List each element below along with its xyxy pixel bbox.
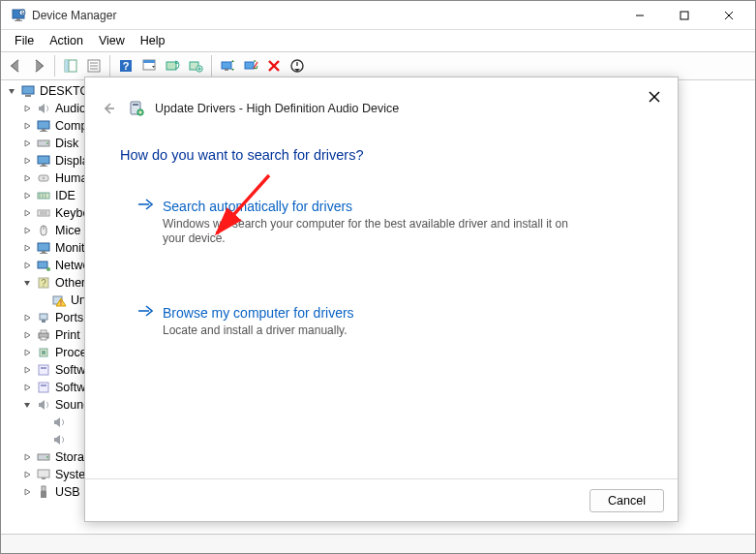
- tree-node-label: Disk: [55, 135, 78, 152]
- show-hide-tree-button[interactable]: [60, 55, 81, 77]
- nav-back-button[interactable]: [5, 55, 26, 77]
- twisty-icon[interactable]: [5, 84, 18, 98]
- device-icon: [36, 484, 51, 500]
- svg-rect-46: [38, 210, 49, 216]
- twisty-icon[interactable]: [20, 224, 34, 237]
- svg-rect-61: [42, 320, 45, 323]
- app-icon: [11, 8, 26, 23]
- twisty-icon[interactable]: [20, 398, 34, 412]
- option-title: Browse my computer for drivers: [163, 305, 354, 321]
- twisty-icon[interactable]: [20, 137, 34, 150]
- enable-device-button[interactable]: [287, 55, 308, 77]
- device-icon: [36, 136, 51, 151]
- twisty-icon[interactable]: [20, 450, 34, 464]
- arrow-right-icon: [137, 304, 153, 322]
- toolbar-separator: [109, 55, 110, 77]
- update-driver-button[interactable]: [217, 55, 238, 77]
- twisty-icon[interactable]: [20, 311, 34, 324]
- tree-node-label: Audio: [55, 100, 86, 117]
- twisty-icon[interactable]: [20, 381, 34, 394]
- tree-node-label: Mice: [55, 222, 80, 239]
- option-description: Windows will search your computer for th…: [163, 217, 589, 246]
- svg-rect-5: [680, 12, 688, 19]
- svg-rect-69: [39, 383, 48, 392]
- scan-hardware-button[interactable]: [162, 55, 183, 77]
- close-button[interactable]: [707, 1, 751, 30]
- help-button[interactable]: ?: [115, 55, 136, 77]
- twisty-icon[interactable]: [20, 119, 34, 133]
- svg-rect-67: [39, 365, 48, 375]
- device-icon: [36, 310, 51, 325]
- menu-action[interactable]: Action: [42, 32, 91, 49]
- twisty-icon[interactable]: [20, 171, 34, 185]
- device-icon: [36, 362, 51, 378]
- twisty-icon[interactable]: [20, 485, 34, 499]
- svg-rect-9: [65, 60, 69, 72]
- dialog-close-button[interactable]: [645, 87, 664, 107]
- twisty-icon[interactable]: [20, 154, 34, 168]
- device-icon: [51, 415, 67, 430]
- svg-text:!: !: [60, 299, 62, 306]
- svg-rect-31: [25, 95, 31, 97]
- uninstall-device-button[interactable]: [263, 55, 285, 77]
- wizard-back-button[interactable]: [99, 99, 118, 118]
- option-search-automatically[interactable]: Search automatically for drivers Windows…: [120, 196, 643, 248]
- svg-rect-73: [38, 470, 49, 477]
- twisty-icon[interactable]: [20, 259, 34, 272]
- svg-rect-63: [41, 330, 46, 333]
- nav-forward-button[interactable]: [28, 55, 49, 77]
- svg-rect-75: [42, 486, 45, 491]
- twisty-icon[interactable]: [20, 328, 34, 342]
- properties-button[interactable]: [83, 55, 105, 77]
- wizard-question: How do you want to search for drivers?: [85, 118, 678, 163]
- action-menu-button[interactable]: [138, 55, 160, 77]
- disable-device-button[interactable]: [240, 55, 261, 77]
- tree-node-label: Print: [55, 326, 80, 344]
- device-icon: [36, 467, 51, 482]
- svg-rect-51: [38, 243, 49, 251]
- device-icon: !: [51, 292, 67, 308]
- arrow-right-icon: [137, 198, 153, 215]
- cancel-button[interactable]: Cancel: [590, 489, 664, 512]
- svg-rect-2: [15, 20, 22, 21]
- device-icon: [36, 449, 51, 465]
- maximize-button[interactable]: [662, 1, 707, 30]
- menu-view[interactable]: View: [91, 32, 133, 49]
- svg-rect-32: [38, 121, 49, 129]
- twisty-icon[interactable]: [20, 363, 34, 377]
- twisty-icon[interactable]: [20, 102, 34, 115]
- svg-rect-26: [245, 62, 254, 69]
- option-browse-computer[interactable]: Browse my computer for drivers Locate an…: [120, 302, 643, 340]
- device-icon: ?: [36, 275, 51, 291]
- minimize-button[interactable]: [618, 1, 662, 30]
- svg-rect-19: [166, 62, 176, 70]
- twisty-icon[interactable]: [20, 206, 34, 220]
- device-icon: [36, 327, 51, 343]
- device-icon: [36, 153, 51, 169]
- menu-file[interactable]: File: [7, 32, 42, 49]
- svg-point-41: [43, 177, 45, 179]
- window-titlebar: Device Manager: [1, 1, 755, 30]
- svg-point-55: [46, 267, 50, 271]
- menu-help[interactable]: Help: [133, 32, 173, 49]
- toolbar-separator: [211, 55, 212, 77]
- twisty-icon[interactable]: [20, 468, 34, 481]
- twisty-icon[interactable]: [36, 416, 49, 429]
- svg-rect-66: [42, 351, 45, 354]
- option-title: Search automatically for drivers: [163, 199, 352, 214]
- dialog-title: Update Drivers - High Definition Audio D…: [155, 102, 399, 115]
- device-icon: [20, 83, 36, 99]
- svg-rect-37: [38, 156, 49, 164]
- svg-rect-81: [133, 104, 138, 106]
- twisty-icon[interactable]: [36, 293, 49, 307]
- twisty-icon[interactable]: [36, 433, 49, 446]
- twisty-icon[interactable]: [20, 276, 34, 290]
- add-legacy-hardware-button[interactable]: [185, 55, 206, 77]
- svg-point-36: [46, 142, 48, 144]
- option-description: Locate and install a driver manually.: [163, 323, 589, 338]
- twisty-icon[interactable]: [20, 189, 34, 202]
- driver-icon: [128, 100, 145, 117]
- twisty-icon[interactable]: [20, 346, 34, 359]
- device-icon: [36, 345, 51, 360]
- twisty-icon[interactable]: [20, 241, 34, 255]
